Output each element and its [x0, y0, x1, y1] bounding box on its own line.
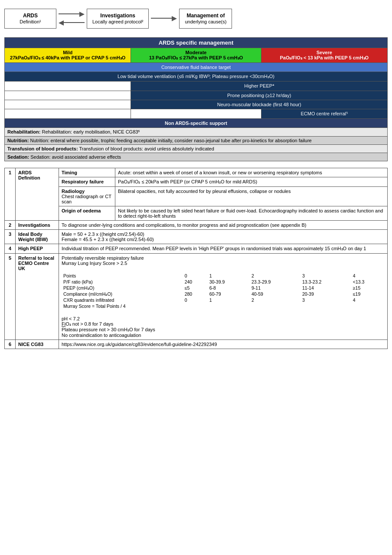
murray-col-1: 1 [208, 273, 250, 279]
prone-cell: Prone positioning (≥12 hr/day) [131, 91, 388, 100]
murray-comp-label: Compliance (ml/cmH₂O) [62, 291, 183, 297]
empty-1 [5, 82, 131, 91]
murray-peep-4: ≥15 [351, 285, 385, 291]
fn-1-content-oedema: Not likely to be caused by left sided he… [115, 206, 388, 221]
fn-row-2: 2 Investigations To diagnose under-lying… [5, 221, 388, 230]
moderate-cell: Moderate 13 PaO₂/FIO₂ ≤ 27kPa with PEEP … [131, 48, 261, 63]
murray-peep-0: ≤5 [183, 285, 208, 291]
murray-peep-1: 6-8 [208, 285, 250, 291]
murray-cxr-label: CXR quadrants infiltrated [62, 297, 183, 303]
murray-col-4: 4 [351, 273, 385, 279]
transfusion-row: Transfusion of blood products: Transfusi… [5, 145, 388, 153]
fn-1-content-radiology: Bilateral opacities, not fully accounted… [115, 187, 388, 206]
murray-row-pf: P/F ratio (kPa) 240 30-39.9 23.3-29.9 13… [62, 279, 385, 285]
sedation-cell: Sedation: Sedation: avoid associated adv… [5, 153, 388, 161]
murray-comp-2: 40-59 [250, 291, 301, 297]
murray-cxr-4: 4 [351, 297, 385, 303]
rehab-row: Rehabilitation: Rehabilitation: early mo… [5, 128, 388, 137]
empty-4 [5, 109, 131, 119]
nutrition-cell: Nutrition: Nutrition: enteral where poss… [5, 137, 388, 145]
severe-cell: Severe PaO₂/FIO₂ < 13 kPa with PEEP 5 cm… [261, 48, 387, 63]
fn-label-3: Ideal Body Weight (IBW) [16, 230, 59, 244]
fn-6-content: https://www.nice.org.uk/guidance/cg83/ev… [59, 340, 388, 349]
arrow-right-2 [151, 15, 177, 22]
fn-num-6: 6 [5, 340, 16, 349]
mild-cell: Mild 27kPaO₂/FIO₂ ≤ 40kPa with PEEP or C… [5, 48, 131, 63]
empty-2 [5, 91, 131, 100]
fn-num-4: 4 [5, 244, 16, 254]
footnotes-table: 1 ARDSDefinition Timing Acute: onset wit… [4, 168, 388, 349]
higher-peep-row: Higher PEEP⁴ [5, 82, 388, 91]
fn-num-5: 5 [5, 254, 16, 340]
sedation-row: Sedation: Sedation: avoid associated adv… [5, 153, 388, 161]
rehab-cell: Rehabilitation: Rehabilitation: early mo… [5, 128, 388, 137]
fn-row-1c: RadiologyChest radiograph or CT scan Bil… [5, 187, 388, 206]
flow-arrows-2 [151, 15, 177, 22]
nutrition-row: Nutrition: Nutrition: enteral where poss… [5, 137, 388, 145]
murray-comp-1: 60-79 [208, 291, 250, 297]
murray-col-2: 2 [250, 273, 301, 279]
fn-5-content: Potentially reversible respiratory failu… [59, 254, 388, 340]
fn-1-content-timing: Acute: onset within a week of onset of a… [115, 168, 388, 177]
murray-cxr-2: 2 [250, 297, 301, 303]
flow-diagram: ARDS Definition¹ Investigations Locally … [4, 9, 388, 29]
fn-row-6: 6 NICE CG83 https://www.nice.org.uk/guid… [5, 340, 388, 349]
murray-table: Points 0 1 2 3 4 P/F ratio (kPa) 240 30-… [62, 273, 385, 309]
fn-label-1: ARDSDefinition [16, 168, 59, 221]
prone-row: Prone positioning (≥12 hr/day) [5, 91, 388, 100]
fn-4-content: Individual titration of PEEP recommended… [59, 244, 388, 254]
ltv-row: Low tidal volume ventilation (≤6 ml/Kg I… [5, 72, 388, 82]
nmb-cell: Neuro-muscular blockade (first 48 hour) [131, 100, 388, 109]
murray-comp-0: 280 [183, 291, 208, 297]
fn-1-content-resp: PaO₂/FIO₂ ≤ 20kPa with PEEP (or CPAP 5 c… [115, 177, 388, 187]
arrow-back-1 [59, 20, 85, 26]
higher-peep-cell: Higher PEEP⁴ [131, 82, 388, 91]
arrow-right-1 [59, 11, 85, 18]
murray-row-compliance: Compliance (ml/cmH₂O) 280 60-79 40-59 20… [62, 291, 385, 297]
murray-col-3: 3 [301, 273, 351, 279]
ecmo-cell: ECMO centre referral⁵ [261, 109, 387, 119]
ards-management-table: ARDS specific management Mild 27kPaO₂/FI… [4, 37, 388, 161]
fn-2-content: To diagnose under-lying conditions and c… [59, 221, 388, 230]
ecmo-row: ECMO centre referral⁵ [5, 109, 388, 119]
murray-pf-0: 240 [183, 279, 208, 285]
murray-peep-3: 11-14 [301, 285, 351, 291]
fn-num-2: 2 [5, 221, 16, 230]
flow-box-investigations: Investigations Locally agreed protocol² [87, 9, 149, 29]
empty-5 [131, 109, 261, 119]
fn-label-2: Investigations [16, 221, 59, 230]
murray-pf-3: 13.3-23.2 [301, 279, 351, 285]
fn-num-3: 3 [5, 230, 16, 244]
murray-comp-4: ≤19 [351, 291, 385, 297]
fn-1-sublabel-oedema: Origin of oedema [59, 206, 115, 221]
murray-cxr-3: 3 [301, 297, 351, 303]
murray-col-0: 0 [183, 273, 208, 279]
murray-cxr-0: 0 [183, 297, 208, 303]
fluid-row: Conservative fluid balance target [5, 63, 388, 72]
murray-score-note-row: Murray Score = Total Points / 4 [62, 303, 385, 309]
murray-row-cxr: CXR quadrants infiltrated 0 1 2 3 4 [62, 297, 385, 303]
murray-pf-1: 30-39.9 [208, 279, 250, 285]
fn-row-5: 5 Referral to local ECMO Centre UK Poten… [5, 254, 388, 340]
murray-comp-3: 20-39 [301, 291, 351, 297]
flow-arrows-1 [59, 11, 85, 26]
fn-1-sublabel-radiology: RadiologyChest radiograph or CT scan [59, 187, 115, 206]
murray-score-note: Murray Score = Total Points / 4 [62, 303, 385, 309]
empty-3 [5, 100, 131, 109]
non-ards-row: Non ARDS-specific support [5, 119, 388, 128]
fn-num-1: 1 [5, 168, 16, 221]
fn-row-1b: Respiratory failure PaO₂/FIO₂ ≤ 20kPa wi… [5, 177, 388, 187]
fn-row-1d: Origin of oedema Not likely to be caused… [5, 206, 388, 221]
fn-row-4: 4 High PEEP Individual titration of PEEP… [5, 244, 388, 254]
fn-label-6: NICE CG83 [16, 340, 59, 349]
murray-peep-label: PEEP (cmH₂O) [62, 285, 183, 291]
murray-cxr-1: 1 [208, 297, 250, 303]
murray-pf-4: <13.3 [351, 279, 385, 285]
murray-header-row: Points 0 1 2 3 4 [62, 273, 385, 279]
murray-pf-2: 23.3-29.9 [250, 279, 301, 285]
murray-pf-label: P/F ratio (kPa) [62, 279, 183, 285]
fn-row-3: 3 Ideal Body Weight (IBW) Male = 50 + 2.… [5, 230, 388, 244]
murray-row-peep: PEEP (cmH₂O) ≤5 6-8 9-11 11-14 ≥15 [62, 285, 385, 291]
fn-label-4: High PEEP [16, 244, 59, 254]
fn-3-content: Male = 50 + 2.3 x ((height cm/2.54)-60) … [59, 230, 388, 244]
